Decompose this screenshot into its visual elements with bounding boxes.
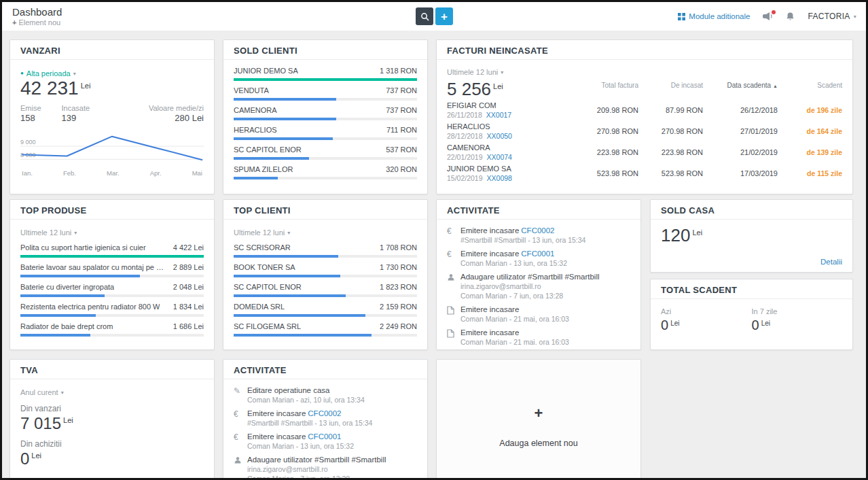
invoice-row: JUNIOR DEMO SA 15/02/2019XX0098 523.98 R… <box>447 162 842 184</box>
announcements-icon[interactable] <box>762 12 773 21</box>
stat-emise: Emise 158 <box>20 104 41 123</box>
document-icon <box>447 328 460 346</box>
chevron-down-icon: ▾ <box>61 390 64 396</box>
card-title-sold-clienti: SOLD CLIENTI <box>223 40 427 60</box>
modules-grid-icon <box>678 13 685 20</box>
invoice-date: 22/01/2019 <box>447 153 483 161</box>
overdue-badge: de 139 zile <box>778 148 842 156</box>
search-button[interactable] <box>416 7 433 25</box>
column-total-factura[interactable]: Total factura <box>571 82 638 89</box>
client-row: VENDUTA737 RON <box>223 81 427 101</box>
document-link[interactable]: CFC0002 <box>308 409 341 417</box>
invoice-link[interactable]: XX0074 <box>487 153 512 161</box>
product-row: Baterie lavoar sau spalator cu montaj pe… <box>10 258 214 277</box>
document-link[interactable]: CFC0001 <box>308 432 341 441</box>
card-title-activitate: ACTIVITATE <box>223 360 427 379</box>
sort-asc-icon: ▲ <box>773 84 778 88</box>
card-sold-clienti: SOLD CLIENTI JUNIOR DEMO SA1 318 RON VEN… <box>223 39 428 194</box>
column-de-incasat[interactable]: De incasat <box>638 82 703 89</box>
top-produse-period-select[interactable]: Ultimele 12 luni ▾ <box>20 228 77 237</box>
tva-body: Anul curent ▾ Din vanzari 7 015Lei Din a… <box>10 379 214 475</box>
client-name: EFIGIAR COM <box>447 101 571 109</box>
column-scadent[interactable]: Scadent <box>778 82 842 89</box>
activity-list: ✎ Editare operatiune casa Coman Marian -… <box>223 379 427 480</box>
plus-icon: + <box>441 11 448 22</box>
plus-icon: + <box>12 18 16 27</box>
total-scadent-body: Azi 0Lei In 7 zile 0Lei <box>651 299 852 341</box>
modules-link[interactable]: Module aditionale <box>678 12 750 20</box>
top-clienti-period-select[interactable]: Ultimele 12 luni ▾ <box>234 228 290 237</box>
tva-vanzari-value: 7 015Lei <box>20 414 204 433</box>
top-produse-list: Polita cu suport hartie igienica si cuie… <box>10 238 214 337</box>
card-total-scadent: TOTAL SCADENT Azi 0Lei In 7 zile 0Lei <box>650 279 853 350</box>
facturi-table-header: Total factura De incasat Data scadenta▲ … <box>447 82 842 89</box>
stat-valoare-medie: Valoare medie/zi 280 Lei <box>149 104 204 123</box>
facturi-period-select[interactable]: Ultimele 12 luni ▾ <box>447 68 503 76</box>
invoice-link[interactable]: XX0050 <box>487 132 512 140</box>
sold-casa-body: 120Lei Detalii <box>651 220 852 272</box>
product-row: Rezistenta electrica pentru radiator 800… <box>10 297 214 317</box>
top-bar-center: + <box>416 7 453 25</box>
card-vanzari: VANZARI ● Alta perioada ▾ 42 231Lei Emis… <box>10 39 215 194</box>
top-bar-left: Dashboard + Element nou <box>12 6 62 27</box>
activity-item: € Emitere incasareCFC0002 #Smartbill #Sm… <box>437 222 640 244</box>
account-menu[interactable]: FACTORIA ▾ <box>808 12 856 21</box>
card-activitate-2: ACTIVITATE ✎ Editare operatiune casa Com… <box>223 359 428 480</box>
activity-item: € Emitere incasareCFC0001 Coman Marian -… <box>223 428 427 450</box>
sold-clienti-list: JUNIOR DEMO SA1 318 RON VENDUTA737 RON C… <box>223 60 427 179</box>
add-widget-card[interactable]: + Adauga element nou <box>436 359 641 480</box>
user-icon <box>447 273 460 300</box>
card-sold-casa: SOLD CASA 120Lei Detalii <box>650 199 853 273</box>
euro-icon: € <box>234 432 247 450</box>
invoice-link[interactable]: XX0098 <box>487 174 512 182</box>
chevron-down-icon: ▾ <box>287 230 290 236</box>
plus-icon: + <box>535 406 543 421</box>
scadent-azi: Azi 0Lei <box>661 307 752 333</box>
tva-period-select[interactable]: Anul curent ▾ <box>20 388 64 396</box>
add-button[interactable]: + <box>435 7 453 25</box>
invoice-link[interactable]: XX0017 <box>486 111 511 119</box>
tva-achizitii-value: 0Lei <box>20 449 204 468</box>
client-row: BOOK TONER SA1 730 RON <box>223 258 427 277</box>
product-row: Polita cu suport hartie igienica si cuie… <box>10 238 214 258</box>
vanzari-period-select[interactable]: ● Alta perioada ▾ <box>20 69 76 78</box>
notifications-bell-icon[interactable] <box>785 12 795 22</box>
euro-icon: € <box>447 226 460 244</box>
notification-dot <box>772 10 776 14</box>
invoice-date: 15/02/2019 <box>447 174 483 182</box>
dot-icon: ● <box>20 71 24 76</box>
svg-text:9 000: 9 000 <box>20 139 36 145</box>
client-row: SC FILOGEMA SRL2 249 RON <box>223 317 427 337</box>
bar <box>234 177 417 179</box>
card-title-activitate: ACTIVITATE <box>437 200 640 220</box>
pencil-icon: ✎ <box>234 386 247 404</box>
client-name: JUNIOR DEMO SA <box>447 165 571 173</box>
client-row: SC CAPITOL ENOR1 823 RON <box>223 277 427 297</box>
document-link[interactable]: CFC0001 <box>521 250 554 258</box>
activity-item: ✎ Editare operatiune casa Coman Marian -… <box>223 382 427 404</box>
card-title-tva: TVA <box>10 360 214 379</box>
invoice-date: 26/11/2018 <box>447 111 482 119</box>
invoice-row: EFIGIAR COM 26/11/2018XX0017 209.98 RON … <box>447 99 842 120</box>
vanzari-stats: Emise 158 Incasate 139 Valoare medie/zi … <box>20 104 204 123</box>
overdue-badge: de 164 zile <box>778 127 842 135</box>
chevron-down-icon: ▾ <box>501 69 503 75</box>
detalii-link[interactable]: Detalii <box>820 258 842 266</box>
client-name: CAMENORA <box>447 143 571 152</box>
top-clienti-list: SC SCRISORAR1 708 RON BOOK TONER SA1 730… <box>223 238 427 337</box>
activity-item: Emitere incasare Coman Marian - 21 mai, … <box>437 301 640 323</box>
document-icon <box>447 305 460 323</box>
column-data-scadenta[interactable]: Data scadenta▲ <box>703 82 778 89</box>
scadent-7-zile: In 7 zile 0Lei <box>752 307 843 333</box>
vanzari-body: ● Alta perioada ▾ 42 231Lei Emise 158 In… <box>10 60 214 177</box>
client-name: HERACLIOS <box>447 122 571 131</box>
vanzari-line-chart: 9 0008 000 <box>20 128 204 167</box>
vanzari-x-axis: Ian. Feb. Mar. Apr. Mai <box>20 169 204 177</box>
page-title: Dashboard <box>12 6 62 18</box>
chevron-down-icon: ▾ <box>74 230 77 236</box>
invoice-row: CAMENORA 22/01/2019XX0074 223.98 RON 223… <box>447 141 842 162</box>
new-element-link[interactable]: + Element nou <box>12 18 62 27</box>
activity-item: Adaugare utilizator #Smartbill #Smartbil… <box>223 451 427 480</box>
document-link[interactable]: CFC0002 <box>521 226 554 235</box>
top-bar-right: Module aditionale FACTORIA ▾ <box>678 12 856 22</box>
